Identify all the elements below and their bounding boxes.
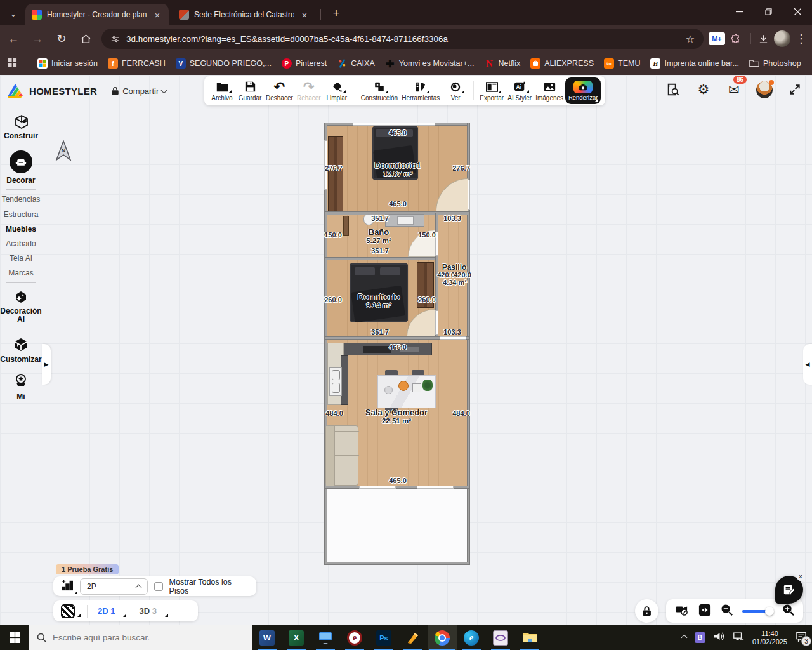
sofa[interactable] <box>325 425 358 486</box>
start-button[interactable] <box>0 625 29 650</box>
tray-expand-chevron[interactable] <box>681 635 687 641</box>
tab-catastro[interactable]: Sede Electrónica del Catastro - × <box>173 4 316 25</box>
ver-button[interactable]: Ver <box>442 77 469 105</box>
bookmark-folder-photoshop[interactable]: Photoshop <box>749 58 801 69</box>
volume-icon[interactable] <box>714 632 724 644</box>
herramientas-button[interactable]: Herramientas <box>400 77 442 105</box>
bookmark-segundo-priego[interactable]: V SEGUNDO PRIEGO,... <box>176 58 272 69</box>
zoom-slider[interactable] <box>742 610 773 613</box>
sidebar-item-construir[interactable]: Construir <box>0 131 42 140</box>
close-icon[interactable]: × <box>299 10 310 20</box>
sidebar-item-decoracion-ai[interactable]: Decoración AI <box>0 307 42 324</box>
zoom-out-icon[interactable] <box>721 604 733 618</box>
catalog-search-icon[interactable] <box>665 81 681 98</box>
construccion-button[interactable]: Construcción <box>359 77 400 105</box>
fit-to-screen-icon[interactable] <box>698 604 711 619</box>
taskbar-paint-tool[interactable] <box>398 625 428 650</box>
mi-icon[interactable] <box>13 373 29 391</box>
address-bar[interactable]: 3d.homestyler.com/?lang=es_ES&assetId=d0… <box>102 29 704 49</box>
design-canvas[interactable]: HOMESTYLER Compartir Archivo Guardar ↶ D… <box>0 75 812 625</box>
extensions-icon[interactable] <box>728 30 744 47</box>
rehacer-button[interactable]: ↷ Rehacer <box>295 77 323 105</box>
imagenes-button[interactable]: Imágenes <box>534 77 565 105</box>
guardar-button[interactable]: Guardar <box>236 77 264 105</box>
zoom-in-icon[interactable] <box>782 604 794 618</box>
home-button[interactable] <box>75 28 96 50</box>
compass-north-indicator[interactable]: N <box>55 140 72 165</box>
window[interactable] <box>353 123 435 126</box>
deshacer-button[interactable]: ↶ Deshacer <box>264 77 295 105</box>
fullscreen-icon[interactable] <box>787 81 803 98</box>
taskbar-excel[interactable]: X <box>282 625 311 650</box>
tab-homestyler[interactable]: Homestyler - Creador de plano × <box>25 4 169 25</box>
sidebar-item-mi[interactable]: Mi <box>0 392 42 401</box>
user-avatar[interactable] <box>756 81 773 98</box>
window[interactable] <box>359 486 396 489</box>
url-text[interactable]: 3d.homestyler.com/?lang=es_ES&assetId=d0… <box>126 34 679 44</box>
bookmark-caixa[interactable]: CAIXA <box>337 58 375 69</box>
feedback-button[interactable]: × <box>775 576 803 604</box>
forward-button[interactable]: → <box>27 28 48 50</box>
taskbar-search[interactable] <box>29 625 252 650</box>
taskbar-explorer[interactable] <box>515 625 544 650</box>
lock-view-button[interactable] <box>635 599 658 623</box>
sidebar-item-decorar[interactable]: Decorar <box>0 176 42 185</box>
bookmark-ferrcash[interactable]: f FERRCASH <box>108 58 166 69</box>
mode-2d-button[interactable]: 2D 1 <box>98 606 115 616</box>
walkthrough-camera-icon[interactable] <box>675 604 689 618</box>
sidebar-item-tela-ai[interactable]: Tela AI <box>0 254 42 263</box>
customizar-icon[interactable] <box>13 336 29 354</box>
show-all-floors-checkbox[interactable] <box>154 582 162 591</box>
reload-button[interactable]: ↻ <box>51 28 72 50</box>
mplus-extension-icon[interactable]: M+ <box>709 32 725 45</box>
sidebar-item-tendencias[interactable]: Tendencias <box>0 195 42 204</box>
profile-avatar[interactable] <box>774 30 790 47</box>
close-icon[interactable]: × <box>152 10 162 20</box>
apps-grid-icon[interactable] <box>8 58 17 69</box>
tab-search-chevron-icon[interactable]: ⌄ <box>5 5 22 22</box>
zoom-slider-thumb[interactable] <box>765 607 774 616</box>
bookmark-pinterest[interactable]: P Pinterest <box>282 58 327 69</box>
decoracion-ai-icon[interactable] <box>13 289 29 307</box>
browser-menu-icon[interactable]: ⋮ <box>793 30 809 47</box>
refrigerator[interactable] <box>329 367 342 396</box>
tray-b-icon[interactable]: B <box>695 632 705 643</box>
add-floor-icon[interactable] <box>61 580 74 594</box>
exportar-button[interactable]: Exportar <box>478 77 506 105</box>
left-panel-expand-arrow[interactable]: ▶ <box>42 344 51 385</box>
dining-table[interactable] <box>377 375 436 408</box>
sidebar-item-customizar[interactable]: Customizar <box>0 355 42 364</box>
share-button[interactable]: Compartir <box>111 86 166 96</box>
notifications-icon[interactable]: 3 <box>796 632 807 644</box>
floor-select[interactable]: 2P <box>80 578 148 595</box>
floor-plan[interactable]: 465.0 276.7 276.7 465.0 351.7 103.3 150.… <box>324 123 470 565</box>
renderizar-button[interactable]: Renderizar <box>565 77 601 104</box>
limpiar-button[interactable]: Limpiar <box>323 77 351 105</box>
wardrobe[interactable] <box>328 136 343 211</box>
taskbar-word[interactable]: W <box>252 625 282 650</box>
bookmark-aliexpress[interactable]: ALIEXPRESS <box>530 58 594 69</box>
back-button[interactable]: ← <box>3 28 24 50</box>
window[interactable] <box>417 486 454 489</box>
construir-icon[interactable] <box>14 114 29 132</box>
bookmark-yomvi[interactable]: ✚ Yomvi es Movistar+... <box>385 58 475 69</box>
downloads-icon[interactable] <box>755 30 771 47</box>
kitchen-counter[interactable] <box>329 343 432 355</box>
door-opening[interactable] <box>440 336 466 340</box>
room-floor-terraza[interactable] <box>327 489 467 562</box>
archivo-button[interactable]: Archivo <box>208 77 236 105</box>
sidebar-item-estructura[interactable]: Estructura <box>0 210 42 219</box>
new-tab-button[interactable]: + <box>329 6 344 21</box>
taskbar-e-app[interactable]: e <box>340 625 369 650</box>
bookmark-star-icon[interactable]: ☆ <box>686 33 695 45</box>
ai-styler-button[interactable]: Ai AI Styler <box>506 77 534 105</box>
taskbar-photoshop[interactable]: Ps <box>369 625 398 650</box>
radiator[interactable] <box>343 216 349 236</box>
taskbar-chrome[interactable] <box>428 625 457 650</box>
sidebar-item-muebles[interactable]: Muebles <box>0 225 42 234</box>
decorar-icon[interactable] <box>10 150 32 173</box>
right-panel-expand-arrow[interactable]: ◀ <box>803 344 812 385</box>
bathroom-sink-counter[interactable] <box>385 214 424 227</box>
bookmark-netflix[interactable]: N Netflix <box>484 58 520 69</box>
bookmark-imprenta[interactable]: H Imprenta online bar... <box>650 58 738 69</box>
